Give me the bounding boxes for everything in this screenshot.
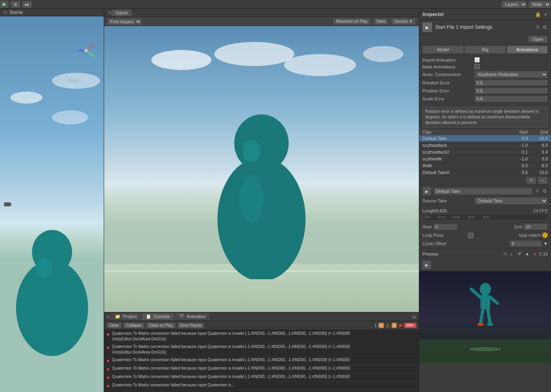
collapse-button[interactable]: Collapse xyxy=(123,322,145,328)
error-icon-3: ● xyxy=(107,366,110,372)
clip-row-5[interactable]: Default Take0 9.5 15.0 xyxy=(419,169,551,176)
clip-row-3[interactable]: scytheidle -1.0 9.0 xyxy=(419,156,551,162)
clip-row-0[interactable]: Default Take 0.0 15.0 xyxy=(419,135,551,142)
start-input[interactable] xyxy=(433,224,457,230)
animation-tab[interactable]: 🎬 Animation xyxy=(175,313,210,320)
animation-clip-section: ▶ ⎘ ⚙ Source Take Default Take xyxy=(419,185,551,208)
clip-name-field[interactable] xyxy=(434,188,533,195)
rotation-error-input[interactable] xyxy=(475,80,548,86)
inspector-lock-icon[interactable]: 🔒 xyxy=(534,11,542,18)
loop-pose-checkbox[interactable] xyxy=(468,233,473,238)
console-content[interactable]: ● Quaternion To Matrix conversion failed… xyxy=(104,330,419,392)
scene-collapse-btn[interactable]: ≡ xyxy=(3,10,8,15)
aspect-dropdown[interactable]: Free Aspect xyxy=(107,18,142,25)
preview-rotate-btn[interactable]: ↺ xyxy=(516,250,523,257)
error-pause-button[interactable]: Error Pause xyxy=(177,322,204,328)
clip-play-btn[interactable]: ▶ xyxy=(422,187,431,196)
project-tab[interactable]: 📁 Project xyxy=(111,313,141,320)
clear-button[interactable]: Clear xyxy=(107,322,122,328)
clip-row-1[interactable]: scytheattack -1.0 9.0 xyxy=(419,142,551,149)
console-row-2[interactable]: ● Quaternion To Matrix conversion failed… xyxy=(104,356,419,365)
preview-record-btn[interactable]: ● xyxy=(532,251,538,257)
wide-dropdown[interactable]: Wide xyxy=(529,1,551,8)
import-settings-copy-icon[interactable]: ⎘ xyxy=(536,24,540,31)
import-animation-checkbox[interactable] xyxy=(475,57,480,62)
position-error-input[interactable] xyxy=(475,88,548,94)
console-row-1[interactable]: ● Quaternion To Matrix conversion failed… xyxy=(104,343,419,356)
error-icon-4: ● xyxy=(107,374,110,380)
bake-animations-checkbox[interactable] xyxy=(475,64,480,69)
position-error-label: Position Error xyxy=(422,88,475,93)
console-tabs-bar: ≡ 📁 Project 📋 Console 🎬 Animation ▲ xyxy=(104,312,419,321)
clips-section: Clips Start End Default Take 0.0 15.0 sc… xyxy=(419,129,551,185)
clip-gear-icon[interactable]: ⚙ xyxy=(542,188,548,195)
inspector-panel: Inspector 🔒 ≡ ▶ Start File 1 Import Sett… xyxy=(419,9,551,392)
game-collapse-btn[interactable]: ≡ xyxy=(107,10,112,15)
clip-name-2: scytheattack2 xyxy=(422,150,508,154)
end-label: End xyxy=(514,224,522,229)
end-input[interactable] xyxy=(524,224,548,230)
scale-error-input[interactable] xyxy=(475,96,548,102)
maximize-on-play-btn[interactable]: Maximize on Play xyxy=(333,18,370,25)
console-tab[interactable]: 📋 Console xyxy=(142,313,174,320)
layers-dropdown[interactable]: Layers xyxy=(501,1,527,8)
game-tabs-bar: ≡ Game xyxy=(104,9,419,17)
error-icon-partial: ● xyxy=(107,383,110,389)
console-row-4[interactable]: ● Quaternion To Matrix conversion failed… xyxy=(104,373,419,382)
tab-model[interactable]: Model xyxy=(422,46,464,54)
preview-light-btn[interactable]: ● xyxy=(524,251,530,257)
source-take-select[interactable]: Default Take xyxy=(475,197,548,204)
scale-error-label: Scale Error xyxy=(422,96,475,101)
clip-row-2[interactable]: scytheattack2 0.1 9.4 xyxy=(419,149,551,156)
play-button[interactable]: ▶ xyxy=(0,0,9,8)
stats-btn[interactable]: Stats xyxy=(374,18,388,25)
position-error-row: Position Error xyxy=(422,88,548,94)
timeline-mark-3: |0:09 xyxy=(468,215,475,219)
scene-3d-figure xyxy=(12,228,92,368)
tab-rig[interactable]: Rig xyxy=(465,46,506,54)
preview-label: Preview xyxy=(422,252,501,256)
console-row-0[interactable]: ● Quaternion To Matrix conversion failed… xyxy=(104,330,419,343)
game-3d-figure xyxy=(205,111,318,280)
inspector-icon-group: 🔒 ≡ xyxy=(534,11,548,18)
preview-play-btn[interactable]: ▶ xyxy=(422,260,431,269)
clip-end-1: 9.0 xyxy=(528,143,548,148)
console-row-3[interactable]: ● Quaternion To Matrix conversion failed… xyxy=(104,365,419,373)
clip-name-0: Default Take xyxy=(422,136,508,141)
error-text-4: Quaternion To Matrix conversion failed b… xyxy=(112,374,350,380)
preview-ik-btn[interactable]: ↕ xyxy=(509,251,515,257)
preview-header: Preview IK ↕ ↺ ● ● 0.16 xyxy=(419,249,551,259)
file-icon: ▶ xyxy=(422,22,432,32)
rotation-info-text: Rotation error is defined as maximum ang… xyxy=(425,109,539,125)
cycle-offset-label: Cycle Offset xyxy=(422,241,510,246)
console-row-partial[interactable]: ● Quaternion To Matrix conversion failed… xyxy=(104,382,419,390)
import-settings-gear-icon[interactable]: ⚙ xyxy=(542,24,548,31)
clear-on-play-button[interactable]: Clear on Play xyxy=(146,322,176,328)
import-settings-header: ▶ Start File 1 Import Settings ⎘ ⚙ xyxy=(419,20,551,35)
loop-pose-row: Loop Pose loop match xyxy=(419,232,551,239)
inspector-menu-icon[interactable]: ≡ xyxy=(543,11,548,18)
step-button[interactable]: ⏭ xyxy=(22,1,32,8)
error-icon-1: ● xyxy=(107,344,110,350)
console-resize-btn[interactable]: ▲ xyxy=(411,314,417,319)
pause-button[interactable]: ⏸ xyxy=(10,1,20,8)
timeline-bar[interactable]: 0:00 |0:03 |0:06 |0:09 |0:12 xyxy=(422,214,548,220)
error-text-0: Quaternion To Matrix conversion failed b… xyxy=(112,331,350,336)
remove-clip-btn[interactable]: − xyxy=(538,177,548,184)
svg-rect-8 xyxy=(4,202,10,206)
clip-copy-icon[interactable]: ⎘ xyxy=(535,188,539,195)
clip-row-4[interactable]: Walk 0.0 8.0 xyxy=(419,162,551,169)
inspector-tabs: Model Rig Animations xyxy=(419,44,551,56)
clips-col-start: Start xyxy=(508,130,528,134)
clips-col-end: End xyxy=(528,130,548,134)
open-button[interactable]: Open xyxy=(528,36,548,43)
anim-compression-select[interactable]: Keyframe Reduction xyxy=(475,71,548,78)
clip-start-5: 9.5 xyxy=(508,170,528,175)
rotation-info-box: Rotation error is defined as maximum ang… xyxy=(422,107,548,128)
console-panel-collapse[interactable]: ≡ xyxy=(106,314,110,319)
gizmos-btn[interactable]: Gizmos ▼ xyxy=(391,18,416,25)
cycle-offset-input[interactable] xyxy=(510,240,542,247)
tab-animations[interactable]: Animations xyxy=(507,46,548,54)
add-clip-btn[interactable]: + xyxy=(526,177,536,184)
game-tab[interactable]: Game xyxy=(112,10,132,16)
